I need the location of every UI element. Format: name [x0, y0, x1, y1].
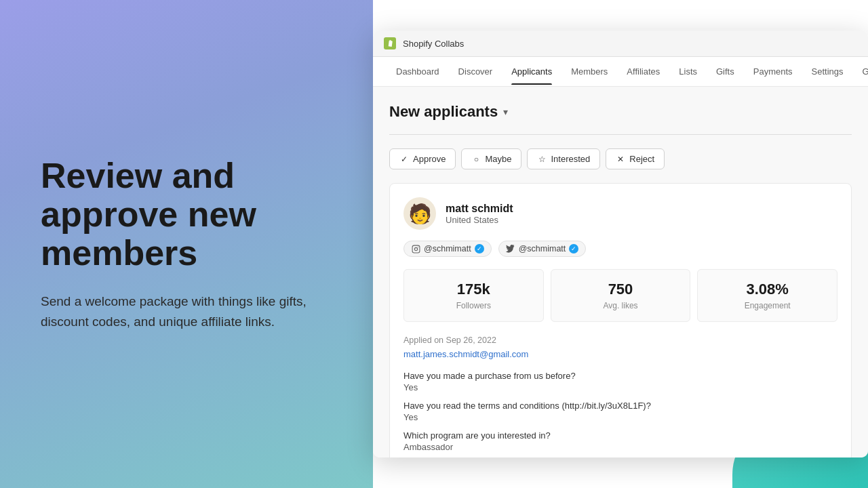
instagram-verified-badge: ✓ [475, 244, 484, 253]
applied-date: Applied on Sep 26, 2022 [403, 336, 837, 345]
maybe-label: Maybe [485, 154, 511, 164]
avg-likes-label: Avg. likes [562, 301, 679, 310]
profile-info: matt schmidt United States [446, 203, 513, 225]
nav-bar: Dashboard Discover Applicants Members Af… [373, 57, 868, 87]
avg-likes-value: 750 [562, 281, 679, 298]
answer-1: Yes [403, 382, 837, 392]
answer-3: Ambassador [403, 442, 837, 452]
reject-button[interactable]: ✕ Reject [606, 148, 665, 169]
reject-icon: ✕ [616, 155, 625, 164]
browser-title: Shopify Collabs [403, 39, 464, 49]
applicant-location: United States [446, 215, 513, 225]
interested-icon: ☆ [537, 155, 547, 164]
twitter-verified-badge: ✓ [569, 244, 578, 253]
nav-gifts[interactable]: Gifts [707, 58, 744, 85]
nav-members[interactable]: Members [561, 58, 617, 85]
nav-payments[interactable]: Payments [744, 58, 802, 85]
nav-applicants[interactable]: Applicants [502, 58, 561, 85]
social-handles: @schmimatt ✓ @schmimatt ✓ [403, 241, 837, 257]
nav-dashboard[interactable]: Dashboard [387, 58, 449, 85]
dropdown-arrow-icon[interactable]: ▾ [503, 106, 508, 117]
nav-settings[interactable]: Settings [802, 58, 853, 85]
instagram-username: @schmimatt [424, 244, 471, 253]
headline: Review and approve new members [41, 157, 332, 273]
nav-discover[interactable]: Discover [449, 58, 502, 85]
svg-point-1 [414, 247, 417, 250]
avatar: 🧑 [403, 197, 436, 230]
nav-get-support[interactable]: Get support [853, 58, 868, 85]
page-title: New applicants [389, 103, 498, 121]
nav-lists[interactable]: Lists [669, 58, 707, 85]
instagram-handle[interactable]: @schmimatt ✓ [403, 241, 492, 257]
engagement-label: Engagement [709, 301, 826, 310]
shopify-icon [384, 37, 396, 49]
stat-engagement: 3.08% Engagement [697, 269, 837, 322]
stat-avg-likes: 750 Avg. likes [551, 269, 691, 322]
interested-label: Interested [551, 154, 590, 164]
answer-2: Yes [403, 412, 837, 422]
svg-rect-0 [412, 245, 420, 253]
approve-icon: ✓ [399, 155, 409, 164]
subtext: Send a welcome package with things like … [41, 291, 332, 331]
question-1: Have you made a purchase from us before? [403, 371, 837, 381]
twitter-username: @schmimatt [519, 244, 566, 253]
reject-label: Reject [629, 154, 654, 164]
twitter-handle[interactable]: @schmimatt ✓ [498, 241, 587, 257]
engagement-value: 3.08% [709, 281, 826, 298]
right-panel: Shopify Collabs Dashboard Discover Appli… [373, 0, 868, 488]
left-panel: Review and approve new members Send a we… [0, 0, 373, 488]
followers-value: 175k [415, 281, 532, 298]
followers-label: Followers [415, 301, 532, 310]
instagram-icon [411, 244, 420, 253]
qa-item-2: Have you read the terms and conditions (… [403, 401, 837, 422]
title-underline [389, 134, 852, 135]
applicant-card: 🧑 matt schmidt United States [389, 183, 852, 458]
nav-affiliates[interactable]: Affiliates [617, 58, 669, 85]
twitter-icon [506, 244, 515, 253]
applicant-email[interactable]: matt.james.schmidt@gmail.com [403, 349, 528, 359]
browser-titlebar: Shopify Collabs [373, 30, 868, 57]
profile-row: 🧑 matt schmidt United States [403, 197, 837, 230]
approve-button[interactable]: ✓ Approve [389, 148, 456, 169]
question-2: Have you read the terms and conditions (… [403, 401, 837, 411]
browser-window: Shopify Collabs Dashboard Discover Appli… [373, 30, 868, 458]
stat-followers: 175k Followers [403, 269, 544, 322]
main-content: New applicants ▾ ✓ Approve ○ Maybe ☆ Int… [373, 87, 868, 458]
qa-item-3: Which program are you interested in? Amb… [403, 430, 837, 452]
application-meta: Applied on Sep 26, 2022 matt.james.schmi… [403, 336, 837, 360]
applicant-name: matt schmidt [446, 203, 513, 215]
action-buttons: ✓ Approve ○ Maybe ☆ Interested ✕ Reject [389, 148, 852, 169]
maybe-icon: ○ [471, 155, 481, 164]
stats-row: 175k Followers 750 Avg. likes 3.08% Enga… [403, 269, 837, 322]
page-title-row: New applicants ▾ [389, 103, 852, 121]
qa-item-1: Have you made a purchase from us before?… [403, 371, 837, 392]
interested-button[interactable]: ☆ Interested [527, 148, 600, 169]
maybe-button[interactable]: ○ Maybe [461, 148, 521, 169]
question-3: Which program are you interested in? [403, 430, 837, 441]
qa-section: Have you made a purchase from us before?… [403, 371, 837, 458]
svg-point-2 [417, 246, 418, 247]
approve-label: Approve [413, 154, 446, 164]
